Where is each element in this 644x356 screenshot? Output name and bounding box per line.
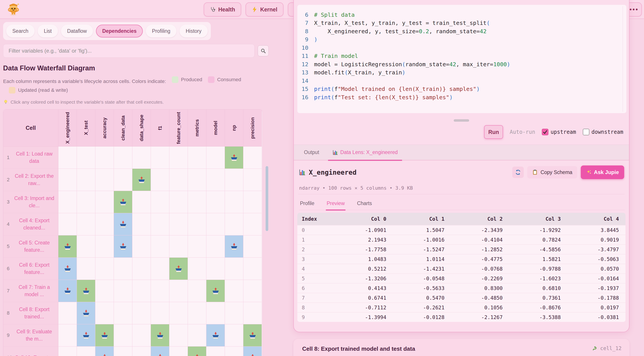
lens-tab-profile[interactable]: Profile [299,197,315,210]
matrix-cell-empty [169,191,188,213]
matrix-cell-consumed[interactable] [243,347,262,356]
next-cell-card[interactable]: Cell 8: Export trained model and test da… [293,339,630,356]
matrix-row-label[interactable]: 1Cell 1: Load raw data [3,147,58,169]
matrix-cell-produced[interactable] [188,347,206,356]
matrix-row-label[interactable]: 4Cell 4: Export cleaned... [3,213,58,235]
tab-profiling[interactable]: Profiling [146,25,176,37]
matrix-cell-empty [114,169,132,191]
tab-history[interactable]: History [180,25,208,37]
matrix-cell-empty [95,302,114,324]
matrix-cell-produced[interactable] [77,280,95,302]
table-cell: 0.1056 [451,305,509,311]
table-cell: 5 [297,276,335,281]
matrix-row-label[interactable]: 2Cell 2: Export the raw... [3,169,58,191]
table-row: 40.5212-1.4231-0.0768-0.97880.0570 [297,264,626,274]
table-cell: 0.0570 [567,266,626,272]
matrix-cell-empty [206,258,225,280]
line-number: 16 [297,94,314,100]
matrix-cell-empty [151,258,169,280]
matrix-cell-produced[interactable] [114,191,132,213]
matrix-cell-empty [58,191,77,213]
checkbox-box[interactable] [542,129,548,135]
matrix-cell-consumed[interactable] [95,347,114,356]
table-cell: 1.0483 [335,256,393,262]
matrix-cell-consumed[interactable] [225,235,243,258]
matrix-cell-empty [95,213,114,235]
output-tab-output[interactable]: Output [298,145,325,160]
table-cell: -0.0768 [451,266,509,272]
tab-list[interactable]: List [38,25,58,37]
matrix-row-label[interactable]: 6Cell 6: Export feature... [3,258,58,280]
lens-tab-charts[interactable]: Charts [356,197,373,210]
outbox-tray-icon [156,331,164,339]
matrix-corner-header: Cell [3,110,58,147]
autorun-label[interactable]: Auto-run [510,129,535,135]
matrix-cell-produced[interactable] [151,324,169,347]
matrix-row-label[interactable]: 8Cell 8: Export trained... [3,302,58,324]
checkbox-box[interactable] [583,129,590,135]
table-row: 70.67410.5470-0.48500.7361-0.1788 [297,293,626,303]
matrix-cell-produced[interactable] [243,324,262,347]
column-header: Col 1 [393,216,451,222]
matrix-cell-empty [77,147,95,169]
matrix-cell-consumed[interactable] [77,302,95,324]
kernel-button[interactable]: Kernel [246,2,284,16]
ask-jupie-button[interactable]: Ask Jupie [581,165,624,179]
table-cell: -3.4797 [567,247,626,252]
matrix-row-label[interactable]: 5Cell 5: Create feature... [3,235,58,258]
matrix-row-label[interactable]: 10Cell 10: Export ... [3,347,58,356]
table-cell: 0.8300 [451,285,509,291]
lens-tab-preview[interactable]: Preview [326,197,346,210]
matrix-cell-consumed[interactable] [114,235,132,258]
clipboard-icon [532,169,538,175]
matrix-cell-consumed[interactable] [114,213,132,235]
refresh-button[interactable] [512,167,524,178]
matrix-row-label[interactable]: 3Cell 3: Import and cle... [3,191,58,213]
matrix-cell-produced[interactable] [58,235,77,258]
output-tab-data-lens[interactable]: Data Lens: X_engineered [327,145,404,160]
sidebar-scrollbar-thumb[interactable] [266,166,268,231]
column-header: Col 0 [335,216,393,222]
matrix-cell-produced[interactable] [95,324,114,347]
matrix-cell-produced[interactable] [225,147,243,169]
code-line: 6# Split data [297,10,626,19]
copy-schema-button[interactable]: Copy Schema [527,166,577,178]
matrix-cell-consumed[interactable] [58,258,77,280]
panel-tabs: SearchListDataflowDependenciesProfilingH… [3,22,211,40]
tab-dependencies[interactable]: Dependencies [96,25,143,37]
matrix-cell-consumed[interactable] [77,324,95,347]
code-line: 7X_train, X_test, y_train, y_test = trai… [297,19,626,27]
downstream-checkbox[interactable]: downstream [583,129,624,135]
code-editor[interactable]: 6# Split data7X_train, X_test, y_train, … [297,5,626,113]
matrix-cell-empty [188,235,206,258]
table-row: 5-1.3206-0.0548-0.2269-1.6023-0.0164 [297,274,626,283]
search-button[interactable] [258,45,269,56]
matrix-row-label[interactable]: 7Cell 7: Train a model ... [3,280,58,302]
matrix-cell-empty [243,280,262,302]
table-cell: 0.7824 [509,237,567,243]
notebook-cell-card: 6# Split data7X_train, X_test, y_train, … [293,0,630,332]
matrix-cell-produced[interactable] [132,169,151,191]
matrix-cell-empty [151,147,169,169]
matrix-cell-consumed[interactable] [58,280,77,302]
matrix-cell-consumed[interactable] [206,324,225,347]
matrix-cell-consumed[interactable] [151,347,169,356]
editor-resize-handle[interactable] [454,119,469,122]
matrix-cell-produced[interactable] [169,258,188,280]
matrix-cell-empty [114,324,132,347]
tab-search[interactable]: Search [6,25,34,37]
health-button[interactable]: Health [204,2,241,16]
check-icon [543,130,548,134]
line-number: 13 [297,69,314,76]
matrix-cell-empty [114,258,132,280]
run-button[interactable]: Run [484,125,503,139]
matrix-cell-empty [95,235,114,258]
line-number: 11 [297,52,314,59]
column-header: Col 4 [567,216,626,222]
code-line: 13model.fit(X_train, y_train) [297,68,626,77]
tab-dataflow[interactable]: Dataflow [61,25,93,37]
matrix-cell-produced[interactable] [206,280,225,302]
matrix-row-label[interactable]: 9Cell 9: Evaluate the m... [3,324,58,347]
filter-input[interactable] [3,44,254,58]
upstream-checkbox[interactable]: upstream [542,129,576,135]
